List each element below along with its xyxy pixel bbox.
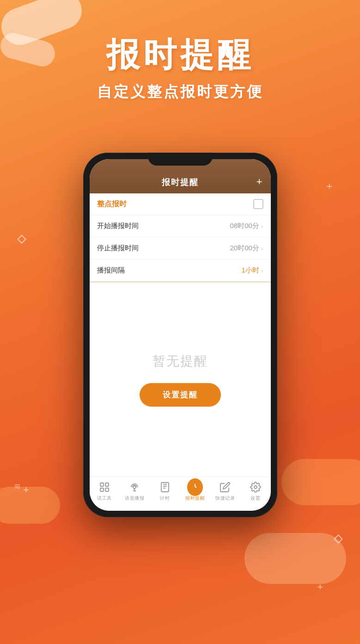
- interval-chevron: ›: [261, 267, 263, 274]
- diamond-decoration-1: [17, 235, 26, 244]
- nav-item-tools[interactable]: 话工具: [90, 481, 120, 502]
- interval-label: 播报间隔: [97, 266, 125, 275]
- hourly-section-header: 整点报时: [90, 193, 271, 215]
- start-time-row[interactable]: 开始播报时间 08时00分 ›: [90, 215, 271, 237]
- hero-section: 报时提醒 自定义整点报时更方便: [0, 37, 360, 102]
- timer-icon: [159, 481, 171, 494]
- edit-icon: [219, 481, 232, 494]
- svg-rect-3: [105, 488, 109, 491]
- start-time-value-group: 08时00分 ›: [230, 222, 263, 230]
- stop-time-chevron: ›: [261, 245, 263, 252]
- bottom-nav: 话工具 语音播报: [90, 477, 271, 511]
- start-time-value: 08时00分: [230, 222, 259, 230]
- set-reminder-button[interactable]: 设置提醒: [140, 383, 221, 407]
- broadcast-icon: [128, 481, 141, 494]
- nav-label-reminder: 报时提醒: [185, 495, 205, 502]
- plus-decoration-1: +: [326, 180, 332, 192]
- svg-rect-1: [105, 483, 109, 486]
- gear-icon: [249, 481, 262, 494]
- svg-rect-0: [100, 483, 104, 486]
- interval-value: 1小时: [241, 266, 259, 275]
- add-button[interactable]: +: [256, 177, 262, 187]
- interval-value-group: 1小时 ›: [241, 266, 263, 275]
- svg-rect-2: [100, 488, 104, 491]
- stop-time-label: 停止播报时间: [97, 244, 139, 253]
- nav-label-voice: 语音播报: [125, 495, 144, 502]
- plus-decoration-2: +: [23, 484, 29, 496]
- nav-label-record: 快捷记录: [215, 495, 235, 502]
- sub-title: 自定义整点报时更方便: [0, 82, 360, 102]
- stop-time-row[interactable]: 停止播报时间 20时00分 ›: [90, 237, 271, 260]
- interval-row[interactable]: 播报间隔 1小时 ›: [90, 260, 271, 282]
- start-time-label: 开始播报时间: [97, 222, 139, 230]
- empty-state: 暂无提醒 设置提醒: [90, 282, 271, 477]
- app-screen: 报时提醒 + 整点报时 开始播报时间 08时00分 ›: [90, 159, 271, 511]
- nav-item-record[interactable]: 快捷记录: [210, 481, 240, 502]
- nav-label-settings: 设置: [250, 495, 260, 502]
- wave-decoration: ≋: [14, 481, 21, 491]
- nav-item-timer[interactable]: 计时: [150, 481, 180, 502]
- nav-label-timer: 计时: [160, 495, 170, 502]
- nav-label-tools: 话工具: [97, 495, 112, 502]
- nav-item-voice[interactable]: 语音播报: [120, 481, 150, 502]
- clock-icon: [189, 481, 201, 494]
- nav-item-settings[interactable]: 设置: [240, 481, 270, 502]
- hourly-checkbox[interactable]: [253, 199, 263, 209]
- main-title: 报时提醒: [0, 37, 360, 74]
- empty-text: 暂无提醒: [153, 353, 208, 370]
- start-time-chevron: ›: [261, 223, 263, 230]
- nav-item-reminder[interactable]: 报时提醒: [180, 481, 210, 502]
- phone-screen: 报时提醒 + 整点报时 开始播报时间 08时00分 ›: [90, 159, 271, 511]
- grid-icon: [98, 481, 111, 494]
- app-title: 报时提醒: [162, 177, 199, 188]
- svg-point-4: [133, 486, 136, 489]
- stop-time-value-group: 20时00分 ›: [230, 244, 263, 253]
- phone-frame: 报时提醒 + 整点报时 开始播报时间 08时00分 ›: [83, 153, 277, 517]
- phone-notch: [148, 153, 213, 166]
- stop-time-value: 20时00分: [230, 244, 259, 253]
- phone-mockup: 报时提醒 + 整点报时 开始播报时间 08时00分 ›: [83, 153, 277, 517]
- hourly-label: 整点报时: [97, 199, 127, 209]
- svg-point-12: [254, 486, 257, 489]
- plus-decoration-3: +: [317, 581, 323, 593]
- svg-rect-7: [161, 483, 169, 492]
